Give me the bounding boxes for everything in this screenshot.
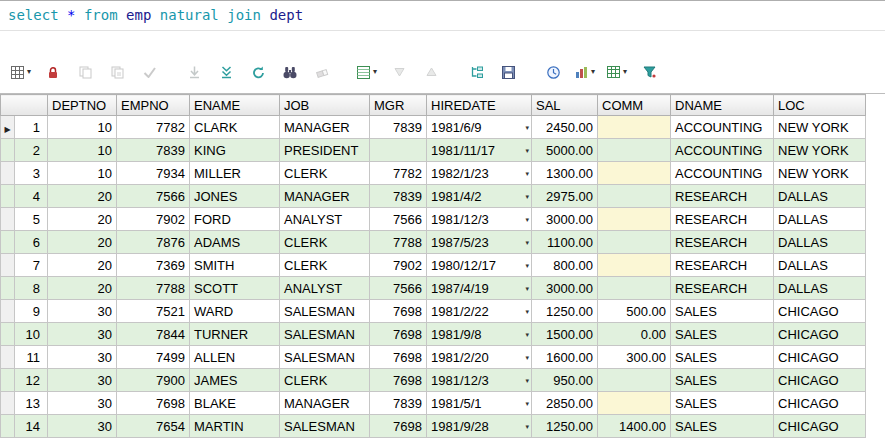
sort-descending-button[interactable] [384, 59, 414, 85]
copy-button[interactable] [70, 59, 100, 85]
cell-hiredate[interactable]: 1981/11/17▾ [427, 139, 532, 162]
cell-job[interactable]: ANALYST [280, 208, 370, 231]
cell-dname[interactable]: RESEARCH [671, 185, 774, 208]
cell-empno[interactable]: 7788 [117, 277, 190, 300]
dropdown-caret-icon[interactable]: ▾ [623, 68, 627, 76]
cell-mgr[interactable]: 7839 [370, 392, 427, 415]
cell-deptno[interactable]: 10 [48, 162, 117, 185]
cell-sal[interactable]: 1100.00 [532, 231, 598, 254]
cell-loc[interactable]: CHICAGO [774, 346, 866, 369]
date-dropdown-icon[interactable]: ▾ [525, 354, 529, 361]
cell-dname[interactable]: RESEARCH [671, 277, 774, 300]
cell-loc[interactable]: CHICAGO [774, 415, 866, 438]
cell-dname[interactable]: ACCOUNTING [671, 139, 774, 162]
cell-mgr[interactable]: 7839 [370, 116, 427, 139]
date-dropdown-icon[interactable]: ▾ [525, 331, 529, 338]
cell-sal[interactable]: 1250.00 [532, 415, 598, 438]
cell-ename[interactable]: TURNER [190, 323, 280, 346]
row-number[interactable]: 8 [15, 277, 48, 300]
cell-mgr[interactable]: 7698 [370, 369, 427, 392]
cell-dname[interactable]: SALES [671, 346, 774, 369]
dropdown-caret-icon[interactable]: ▾ [591, 68, 595, 76]
cell-sal[interactable]: 3000.00 [532, 208, 598, 231]
column-header-hiredate[interactable]: HIREDATE [427, 95, 532, 116]
cell-mgr[interactable]: 7698 [370, 346, 427, 369]
pivot-table-button[interactable]: ▾ [602, 59, 632, 85]
date-dropdown-icon[interactable]: ▾ [525, 124, 529, 131]
cell-deptno[interactable]: 20 [48, 254, 117, 277]
date-dropdown-icon[interactable]: ▾ [525, 285, 529, 292]
cell-job[interactable]: MANAGER [280, 116, 370, 139]
cell-comm[interactable]: 500.00 [598, 300, 671, 323]
cell-job[interactable]: MANAGER [280, 185, 370, 208]
cell-loc[interactable]: CHICAGO [774, 300, 866, 323]
cell-ename[interactable]: MILLER [190, 162, 280, 185]
dropdown-caret-icon[interactable]: ▾ [373, 68, 377, 76]
row-number[interactable]: 4 [15, 185, 48, 208]
cell-empno[interactable]: 7900 [117, 369, 190, 392]
column-header-comm[interactable]: COMM [598, 95, 671, 116]
cell-dname[interactable]: SALES [671, 392, 774, 415]
cell-dname[interactable]: RESEARCH [671, 208, 774, 231]
cell-ename[interactable]: WARD [190, 300, 280, 323]
cell-empno[interactable]: 7499 [117, 346, 190, 369]
cell-empno[interactable]: 7654 [117, 415, 190, 438]
fetch-next-button[interactable] [179, 59, 209, 85]
cell-comm[interactable] [598, 208, 671, 231]
cell-hiredate[interactable]: 1981/12/3▾ [427, 369, 532, 392]
cell-ename[interactable]: MARTIN [190, 415, 280, 438]
date-dropdown-icon[interactable]: ▾ [525, 400, 529, 407]
cell-hiredate[interactable]: 1981/6/9▾ [427, 116, 532, 139]
cell-hiredate[interactable]: 1981/2/22▾ [427, 300, 532, 323]
master-detail-button[interactable] [461, 59, 491, 85]
column-header-job[interactable]: JOB [280, 95, 370, 116]
cell-deptno[interactable]: 20 [48, 277, 117, 300]
cell-dname[interactable]: SALES [671, 369, 774, 392]
date-dropdown-icon[interactable]: ▾ [525, 170, 529, 177]
cell-loc[interactable]: CHICAGO [774, 369, 866, 392]
cell-deptno[interactable]: 30 [48, 392, 117, 415]
cell-deptno[interactable]: 20 [48, 231, 117, 254]
cell-sal[interactable]: 2450.00 [532, 116, 598, 139]
cell-deptno[interactable]: 10 [48, 116, 117, 139]
cell-empno[interactable]: 7566 [117, 185, 190, 208]
cell-dname[interactable]: SALES [671, 415, 774, 438]
cell-comm[interactable] [598, 162, 671, 185]
cell-job[interactable]: MANAGER [280, 392, 370, 415]
cell-ename[interactable]: JONES [190, 185, 280, 208]
cell-sal[interactable]: 2975.00 [532, 185, 598, 208]
cell-dname[interactable]: ACCOUNTING [671, 116, 774, 139]
cell-dname[interactable]: RESEARCH [671, 231, 774, 254]
sql-editor[interactable]: select * from emp natural join dept [0, 0, 885, 31]
cell-loc[interactable]: DALLAS [774, 254, 866, 277]
row-number[interactable]: 11 [15, 346, 48, 369]
cell-mgr[interactable]: 7698 [370, 415, 427, 438]
cell-empno[interactable]: 7844 [117, 323, 190, 346]
cell-sal[interactable]: 2850.00 [532, 392, 598, 415]
cell-hiredate[interactable]: 1981/9/28▾ [427, 415, 532, 438]
cell-ename[interactable]: KING [190, 139, 280, 162]
chart-button[interactable]: ▾ [570, 59, 600, 85]
find-button[interactable] [275, 59, 305, 85]
cell-comm[interactable] [598, 254, 671, 277]
cell-deptno[interactable]: 30 [48, 415, 117, 438]
column-header-deptno[interactable]: DEPTNO [48, 95, 117, 116]
cell-mgr[interactable]: 7839 [370, 185, 427, 208]
row-number[interactable]: 9 [15, 300, 48, 323]
sort-ascending-button[interactable] [416, 59, 446, 85]
cell-job[interactable]: SALESMAN [280, 346, 370, 369]
date-dropdown-icon[interactable]: ▾ [525, 147, 529, 154]
column-header-sal[interactable]: SAL [532, 95, 598, 116]
cell-job[interactable]: ANALYST [280, 277, 370, 300]
row-number[interactable]: 3 [15, 162, 48, 185]
grid-corner-cell[interactable] [1, 95, 48, 116]
cell-loc[interactable]: NEW YORK [774, 162, 866, 185]
row-number[interactable]: 1 [15, 116, 48, 139]
cell-mgr[interactable]: 7566 [370, 208, 427, 231]
cell-empno[interactable]: 7934 [117, 162, 190, 185]
cell-hiredate[interactable]: 1980/12/17▾ [427, 254, 532, 277]
cell-comm[interactable] [598, 369, 671, 392]
cell-sal[interactable]: 800.00 [532, 254, 598, 277]
row-number[interactable]: 5 [15, 208, 48, 231]
save-button[interactable] [493, 59, 523, 85]
